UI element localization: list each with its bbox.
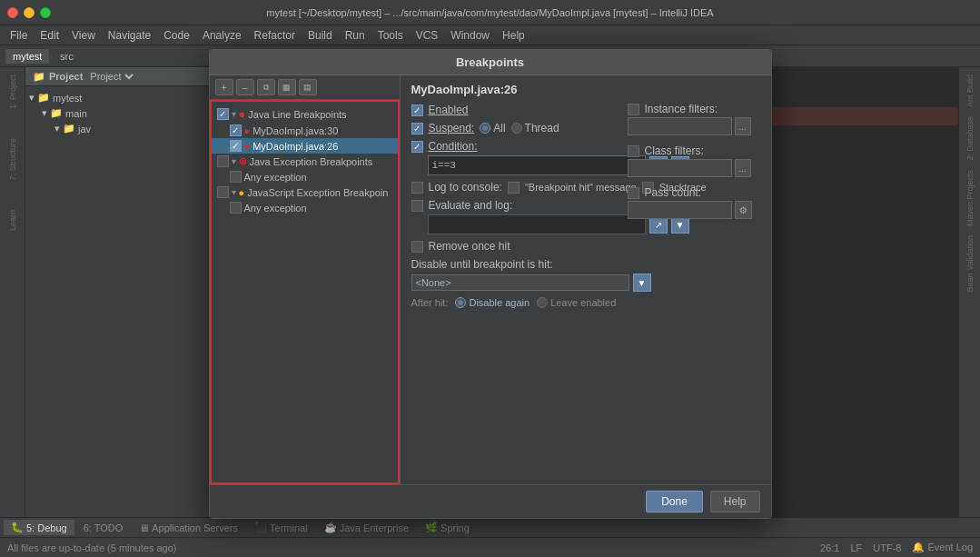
suspend-all-label: All [493,122,505,134]
js-exception-cb[interactable] [217,186,229,198]
event-log-icon[interactable]: 🔔 Event Log [912,542,973,553]
instance-filters-checkbox[interactable] [628,104,639,115]
status-right: 26:1 LF UTF-8 🔔 Event Log [820,542,973,553]
java-exception-bp-group[interactable]: ▾ ⊗ Java Exception Breakpoints [212,154,398,169]
leave-enabled-radio[interactable]: Leave enabled [537,297,616,308]
bp-26-icon: ● [244,141,251,152]
terminal-tab[interactable]: ⬛ Terminal [247,520,315,535]
disable-again-dot [455,297,466,308]
menu-tools[interactable]: Tools [371,27,410,44]
class-filters-input-row: ... [628,159,764,177]
condition-input[interactable] [428,155,646,175]
suspend-checkbox[interactable]: ✓ [411,123,423,134]
pass-count-gear[interactable]: ⚙ [735,201,752,219]
disable-until-dropdown[interactable]: ▼ [633,274,651,292]
class-filters-label: Class filters: [645,144,704,157]
tab-src[interactable]: src [53,49,81,64]
spring-icon: 🌿 [425,522,438,533]
disable-until-input[interactable] [411,274,629,291]
menu-refactor[interactable]: Refactor [248,27,302,44]
copy-breakpoint-button[interactable]: ⧉ [257,79,275,95]
suspend-thread-radio[interactable]: Thread [511,122,559,134]
menu-vcs[interactable]: VCS [410,27,445,44]
suspend-label: Suspend: [429,122,475,134]
debug-icon: 🐛 [11,522,24,533]
js-exception-any[interactable]: Any exception [212,200,398,215]
bean-validation-label[interactable]: Bean Validation [964,232,976,295]
after-hit-row: After hit: Disable again Leave enabled [411,297,760,308]
pass-count-input[interactable] [628,201,732,219]
help-button[interactable]: Help [710,491,760,512]
condition-label: Condition: [429,140,478,153]
instance-filters-input[interactable] [628,117,732,135]
bp-30[interactable]: ✓ ● MyDaoImpl.java:30 [212,123,398,138]
pass-count-checkbox[interactable] [628,187,639,199]
menu-navigate[interactable]: Navigate [102,27,157,44]
bp-26-label: MyDaoImpl.java:26 [252,141,338,152]
expand-all-button[interactable]: ▦ [278,79,296,95]
java-line-bp-checkbox[interactable]: ✓ [217,108,229,120]
bp-26[interactable]: ✓ ● MyDaoImpl.java:26 [212,138,398,154]
ant-build-label[interactable]: Ant Build [964,71,976,111]
breakpoint-hit-label: "Breakpoint hit" message [525,182,637,193]
suspend-thread-label: Thread [525,122,559,134]
right-column: Instance filters: ... Class filters: [628,103,764,219]
bp-26-checkbox[interactable]: ✓ [230,140,242,152]
java-line-bp-group[interactable]: ✓ ▾ ● Java Line Breakpoints [212,105,398,123]
breakpoints-tree: ✓ ▾ ● Java Line Breakpoints ✓ ● MyDaoImp… [210,100,400,484]
menu-analyze[interactable]: Analyze [196,27,248,44]
structure-label[interactable]: 7: Structure [8,134,17,184]
minimize-button[interactable] [24,7,35,18]
class-filters-checkbox[interactable] [628,145,639,157]
maven-label[interactable]: Maven Projects [964,166,976,230]
remove-breakpoint-button[interactable]: – [236,79,254,95]
add-breakpoint-button[interactable]: + [215,79,233,95]
title-bar: mytest [~/Desktop/mytest] – .../src/main… [0,0,980,25]
menu-file[interactable]: File [4,27,34,44]
eval-input[interactable] [428,214,646,234]
class-filters-input[interactable] [628,159,732,177]
java-exception-cb[interactable] [217,155,229,167]
window-controls[interactable] [7,7,51,18]
class-filters-add-button[interactable]: ... [735,159,751,177]
database-label[interactable]: 2: Database [964,113,976,164]
debug-tab[interactable]: 🐛 5: Debug [4,520,74,535]
project-panel-select[interactable]: Project [86,70,136,83]
menu-run[interactable]: Run [339,27,371,44]
done-button[interactable]: Done [646,491,703,512]
todo-tab[interactable]: 6: TODO [76,521,131,535]
eval-checkbox[interactable] [411,200,423,212]
menu-build[interactable]: Build [302,27,339,44]
menu-window[interactable]: Window [444,27,496,44]
menu-edit[interactable]: Edit [34,27,65,44]
instance-filters-add-button[interactable]: ... [735,117,751,135]
breakpoint-hit-checkbox[interactable] [508,182,520,194]
debug-tab-label: 5: Debug [26,522,67,533]
collapse-all-button[interactable]: ▤ [299,79,317,95]
pass-count-input-row: ⚙ [628,201,764,219]
enabled-checkbox[interactable]: ✓ [411,104,423,116]
menu-code[interactable]: Code [157,27,196,44]
suspend-all-radio[interactable]: All [480,122,505,134]
spring-tab[interactable]: 🌿 Spring [418,520,477,535]
java-exception-any[interactable]: Any exception [212,169,398,184]
menu-help[interactable]: Help [496,27,531,44]
remove-once-hit-checkbox[interactable] [411,241,423,253]
log-checkbox[interactable] [411,182,423,194]
tab-mytest[interactable]: mytest [5,49,49,64]
close-button[interactable] [7,7,18,18]
js-exception-any-cb[interactable] [230,202,242,214]
js-exception-bp-group[interactable]: ▾ ● JavaScript Exception Breakpoin [212,184,398,200]
disable-again-radio[interactable]: Disable again [455,297,530,308]
folder-icon: 📁 [33,71,45,83]
java-enterprise-tab[interactable]: ☕ Java Enterprise [317,520,416,535]
project-label[interactable]: 1: Project [8,71,17,113]
learn-label[interactable]: Learn [8,206,17,234]
bottom-toolbar: 🐛 5: Debug 6: TODO 🖥 Application Servers… [0,517,980,537]
java-exception-any-cb[interactable] [230,171,242,183]
maximize-button[interactable] [40,7,51,18]
bp-30-checkbox[interactable]: ✓ [230,124,242,136]
app-servers-tab[interactable]: 🖥 Application Servers [132,521,245,535]
condition-checkbox[interactable]: ✓ [411,141,423,153]
menu-view[interactable]: View [65,27,102,44]
